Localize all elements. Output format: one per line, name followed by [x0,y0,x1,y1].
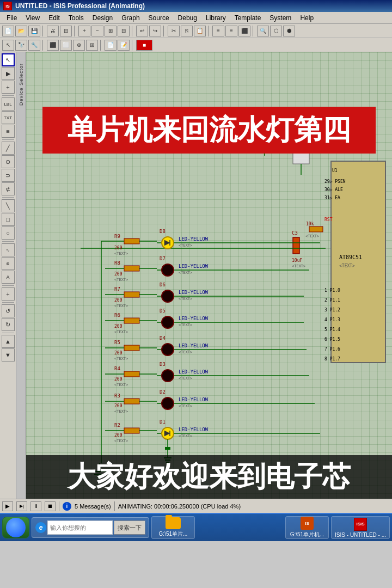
menu-file[interactable]: File [2,13,21,23]
svg-rect-51 [124,318,139,323]
redo-button[interactable]: ↪ [149,26,161,36]
search-input[interactable] [47,520,113,535]
menu-edit[interactable]: Edit [44,13,64,23]
p1-7: 8 P1.7 [324,357,340,362]
svg-rect-118 [165,447,170,450]
menu-help[interactable]: Help [296,13,318,23]
svg-rect-39 [124,266,139,271]
save-button[interactable]: 💾 [28,26,40,36]
terminal-tool[interactable]: ⊃ [2,169,15,182]
search-button[interactable]: 搜索一下 [114,520,145,535]
svg-text:200: 200 [114,298,122,303]
component-tool[interactable]: ▶ [2,67,15,80]
svg-text:<TEXT>: <TEXT> [179,376,192,381]
text2-tool[interactable]: A [2,271,15,284]
menu-system[interactable]: System [265,13,296,23]
play-button[interactable]: ▶ [2,501,13,511]
svg-point-99 [162,344,174,356]
p1-3: 4 P1.3 [324,317,340,322]
svg-text:LED-YELLOW: LED-YELLOW [179,427,209,432]
print2-button[interactable]: ⊟ [60,26,72,36]
stop-button[interactable]: ⏹ [45,501,56,511]
svg-text:<TEXT>: <TEXT> [114,383,128,387]
comp-tool[interactable]: ⊕ [73,40,85,51]
isis-taskbar-button[interactable]: ISIS ISIS - UNTITLED - ... [331,516,390,539]
probe-button[interactable]: 🔍 [257,26,269,36]
align1-button[interactable]: ≡ [212,26,224,36]
svg-text:<TEXT>: <TEXT> [114,357,128,361]
folder2-taskbar-button[interactable]: IS G:\51单片机... [285,516,329,539]
block-tool[interactable]: ⬛ [47,40,59,51]
probe1-tool[interactable]: 🔭 [15,40,27,51]
select-tool[interactable]: ↖ [2,40,14,51]
draw-circle-tool[interactable]: ○ [2,226,15,240]
pause-button[interactable]: ⏸ [30,501,41,511]
zoom-area-button[interactable]: ⊟ [118,26,130,36]
start-button[interactable] [2,517,29,538]
zoom-in-button[interactable]: + [78,26,90,36]
new-button[interactable]: 📄 [2,26,14,36]
menu-template[interactable]: Template [230,13,266,23]
pointer-tool[interactable]: ↖ [2,53,15,66]
open-button[interactable]: 📂 [15,26,27,36]
text-tool[interactable]: TXT [2,111,15,124]
svg-rect-57 [124,345,139,351]
menu-view[interactable]: View [21,13,44,23]
ie-browser-button[interactable]: e 搜索一下 [32,517,149,538]
misc2-tool[interactable]: ⊗ [2,257,15,270]
wire-draw-tool[interactable]: ╱ [2,142,15,155]
align3-button[interactable]: ⬛ [238,26,250,36]
menu-graph[interactable]: Graph [117,13,144,23]
svg-text:R3: R3 [114,393,120,399]
sim-run-button[interactable]: ■ [136,40,152,51]
paste-button[interactable]: 📋 [194,26,206,36]
title-bar-text: UNTITLED - ISIS Professional (Animating) [15,2,145,10]
draw-line-tool[interactable]: ╲ [2,199,15,212]
menu-library[interactable]: Library [201,13,230,23]
redo2-tool[interactable]: ↻ [2,318,15,331]
nav-down-tool[interactable]: ▼ [2,348,15,362]
svg-text:D3: D3 [160,362,166,367]
bus-tool[interactable]: ≡ [2,125,15,138]
doc-tool[interactable]: 📄 [105,40,117,51]
step-button[interactable]: ▶| [16,501,27,511]
zoom-out-button[interactable]: − [91,26,103,36]
zoom-fit-button[interactable]: ⊞ [105,26,117,36]
junction-tool[interactable]: ⊙ [2,155,15,168]
block2-tool[interactable]: ⬜ [60,40,72,51]
symbol-tool[interactable]: ⊞ [86,40,98,51]
probe2-tool[interactable]: 🔧 [28,40,40,51]
p1-4: 5 P1.4 [324,327,340,332]
wire-button[interactable]: ⬡ [270,26,282,36]
folder1-icon [166,517,181,529]
plus-tool[interactable]: + [2,81,15,94]
menu-design[interactable]: Design [88,13,117,23]
label-tool[interactable]: LBL [2,97,15,111]
misc1-tool[interactable]: ∿ [2,243,15,256]
menu-source[interactable]: Source [144,13,174,23]
svg-text:200: 200 [114,272,122,277]
menu-debug[interactable]: Debug [174,13,201,23]
netlist-button[interactable]: ⬢ [283,26,295,36]
copy-button[interactable]: ⎘ [181,26,193,36]
svg-text:D2: D2 [160,389,166,395]
port-ea: 31▷ EA [324,195,340,200]
ic-label: AT89C51 [339,254,362,260]
draw-rect-tool[interactable]: □ [2,213,15,226]
print-button[interactable]: 🖨 [47,26,59,36]
add-tool[interactable]: + [2,287,15,301]
undo2-tool[interactable]: ↺ [2,304,15,317]
doc2-tool[interactable]: 📝 [118,40,130,51]
svg-text:10k: 10k [306,222,314,226]
menu-tools[interactable]: Tools [64,13,88,23]
align2-button[interactable]: ≡ [225,26,237,36]
p1-2: 3 P1.2 [324,308,340,313]
undo-button[interactable]: ↩ [136,26,148,36]
svg-text:LED-YELLOW: LED-YELLOW [179,316,209,321]
nav-up-tool[interactable]: ▲ [2,335,15,348]
schematic-canvas[interactable]: 单片机来回流水灯第四 AT89C51 <TEXT> U1 29▷ PSEN 30… [26,52,392,499]
cut-button[interactable]: ✂ [168,26,180,36]
port-tool[interactable]: ⊄ [2,182,15,195]
banner-text: 单片机来回流水灯第四 [68,114,351,145]
folder1-taskbar-button[interactable]: G:\51单片... [151,516,195,539]
